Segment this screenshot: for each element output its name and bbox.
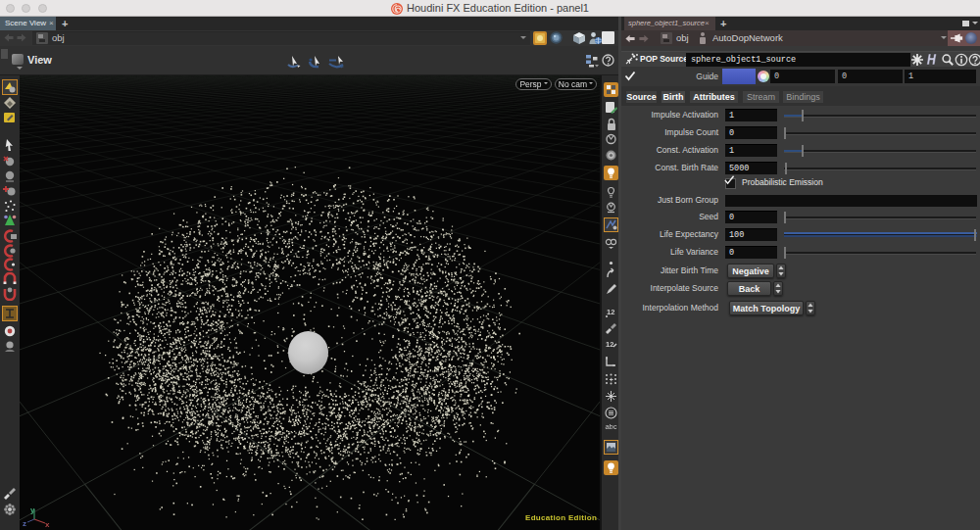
svg-text:z: z bbox=[23, 519, 26, 528]
svg-text:x: x bbox=[45, 520, 50, 528]
svg-text:y: y bbox=[30, 506, 35, 514]
svg-text:12: 12 bbox=[606, 340, 613, 349]
svg-text:12: 12 bbox=[607, 308, 614, 316]
